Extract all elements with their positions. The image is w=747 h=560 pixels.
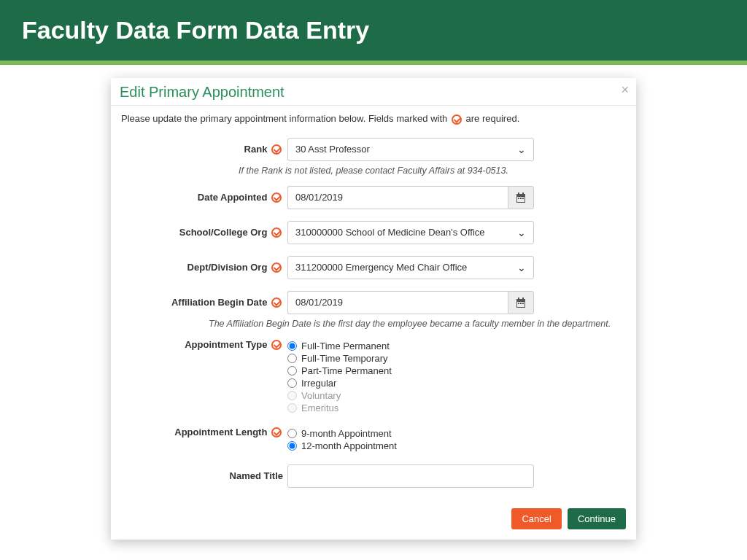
required-icon	[271, 427, 282, 438]
calendar-icon	[516, 298, 526, 308]
appointment-length-label: Appointment Length	[121, 427, 287, 438]
appointment-length-option[interactable]: 12-month Appointment	[287, 440, 626, 451]
close-icon[interactable]: ×	[621, 82, 629, 98]
affiliation-helper: The Affiliation Begin Date is the first …	[209, 319, 619, 329]
modal-header: Edit Primary Appointment	[111, 78, 636, 106]
appointment-length-option[interactable]: 9-month Appointment	[287, 428, 626, 439]
calendar-icon	[516, 192, 526, 203]
radio-label: Irregular	[301, 378, 336, 389]
date-appointed-calendar-button[interactable]	[508, 186, 534, 209]
rank-helper: If the Rank is not listed, please contac…	[121, 166, 626, 176]
school-org-select[interactable]: 310000000 School of Medicine Dean's Offi…	[287, 221, 534, 244]
dept-org-select[interactable]: 311200000 Emergency Med Chair Office ⌄	[287, 256, 534, 279]
dept-org-label: Dept/Division Org	[121, 262, 287, 273]
required-icon	[271, 192, 282, 203]
named-title-input[interactable]	[295, 470, 526, 481]
instruction-prefix: Please update the primary appointment in…	[121, 113, 447, 124]
affiliation-date-label: Affiliation Begin Date	[121, 297, 287, 308]
rank-label: Rank	[121, 144, 287, 155]
radio-input[interactable]	[287, 378, 297, 388]
cancel-button[interactable]: Cancel	[511, 508, 561, 529]
affiliation-date-calendar-button[interactable]	[508, 291, 534, 314]
affiliation-date-input[interactable]: 08/01/2019	[287, 291, 508, 314]
page-title: Faculty Data Form Data Entry	[22, 16, 725, 44]
appointment-type-option[interactable]: Part-Time Permanent	[287, 365, 626, 376]
dept-org-value: 311200000 Emergency Med Chair Office	[295, 262, 467, 273]
radio-input[interactable]	[287, 441, 297, 451]
appointment-type-option[interactable]: Full-Time Permanent	[287, 341, 626, 351]
chevron-down-icon: ⌄	[517, 262, 526, 273]
required-icon	[271, 298, 282, 308]
radio-label: Voluntary	[301, 390, 341, 401]
modal-title: Edit Primary Appointment	[120, 84, 627, 101]
radio-label: Full-Time Temporary	[301, 353, 387, 364]
appointment-type-radios: Full-Time PermanentFull-Time TemporaryPa…	[287, 339, 626, 413]
radio-label: Part-Time Permanent	[301, 365, 392, 376]
appointment-type-label: Appointment Type	[121, 339, 287, 351]
radio-input[interactable]	[287, 354, 297, 363]
appointment-type-option: Voluntary	[287, 390, 626, 401]
appointment-type-option[interactable]: Full-Time Temporary	[287, 353, 626, 364]
radio-input	[287, 391, 297, 400]
radio-label: 9-month Appointment	[301, 428, 392, 439]
appointment-length-radios: 9-month Appointment12-month Appointment	[287, 427, 626, 451]
instruction-text: Please update the primary appointment in…	[121, 113, 626, 125]
radio-label: 12-month Appointment	[301, 440, 397, 451]
radio-input	[287, 403, 297, 413]
radio-input[interactable]	[287, 341, 297, 351]
edit-appointment-modal: × Edit Primary Appointment Please update…	[111, 78, 636, 540]
chevron-down-icon: ⌄	[517, 144, 526, 155]
required-icon	[452, 114, 462, 125]
named-title-label: Named Title	[121, 470, 287, 481]
radio-label: Full-Time Permanent	[301, 341, 390, 351]
named-title-input-wrap	[287, 464, 534, 488]
required-icon	[271, 228, 282, 238]
required-icon	[271, 144, 282, 155]
school-org-label: School/College Org	[121, 227, 287, 238]
required-icon	[271, 262, 282, 273]
instruction-suffix: are required.	[466, 113, 520, 124]
continue-button[interactable]: Continue	[568, 508, 626, 529]
rank-select[interactable]: 30 Asst Professor ⌄	[287, 138, 534, 161]
radio-label: Emeritus	[301, 402, 338, 413]
date-appointed-label: Date Appointed	[121, 192, 287, 203]
rank-value: 30 Asst Professor	[295, 144, 370, 155]
page-header: Faculty Data Form Data Entry	[0, 0, 747, 61]
chevron-down-icon: ⌄	[517, 227, 526, 238]
appointment-type-option: Emeritus	[287, 402, 626, 413]
radio-input[interactable]	[287, 366, 297, 376]
modal-footer: Cancel Continue	[111, 499, 636, 540]
required-icon	[271, 340, 282, 350]
school-org-value: 310000000 School of Medicine Dean's Offi…	[295, 227, 485, 238]
date-appointed-input[interactable]: 08/01/2019	[287, 186, 508, 209]
appointment-type-option[interactable]: Irregular	[287, 378, 626, 389]
radio-input[interactable]	[287, 429, 297, 438]
